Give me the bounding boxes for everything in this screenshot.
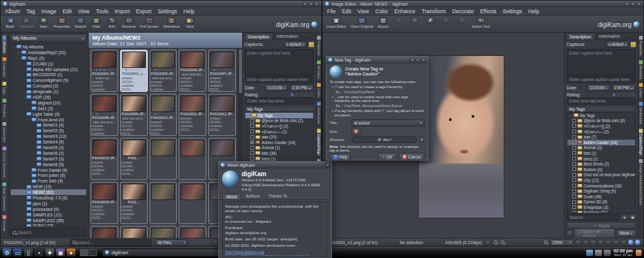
edit-button[interactable]: ✎Edit <box>106 17 118 28</box>
sidebar-tab-fuzzy-searches[interactable]: Fuzzy Searches <box>3 145 6 179</box>
sidebar-tab-timeline[interactable]: Timeline <box>3 98 6 119</box>
thumbnail-cell[interactable]: P1010018.JP...created: 03/24/0...modifie… <box>91 182 118 224</box>
caption-textarea[interactable] <box>245 49 314 76</box>
back-button[interactable]: ◀Back <box>4 17 16 28</box>
undo-button[interactable]: ↶ <box>440 17 452 28</box>
thumbnail-cell[interactable] <box>150 138 177 180</box>
printer-icon[interactable] <box>567 230 573 236</box>
desktop-2[interactable] <box>89 249 97 256</box>
thumb-tags-link[interactable]: '), Adrien Caul... <box>122 91 145 92</box>
thumbnail-cell[interactable]: P1010013.JP...created: 03/24/0...modifie… <box>91 138 118 180</box>
properties-button[interactable]: ▤Properties <box>53 17 70 28</box>
tab-information[interactable]: Information <box>274 33 301 40</box>
tag-checkbox[interactable] <box>572 135 576 139</box>
album-tree-item[interactable]: pipo (1) <box>11 201 86 206</box>
expander-icon[interactable]: − <box>12 45 15 48</box>
status-search[interactable] <box>70 239 152 246</box>
new-tag-input[interactable] <box>569 99 633 103</box>
albums-combo[interactable]: My Albums ▾ <box>10 34 87 42</box>
tag-item[interactable]: bbb (1) <box>567 150 635 156</box>
slideshow-button[interactable]: ▥Slideshow <box>163 17 179 28</box>
tag-item[interactable]: Dynax 5D (8) <box>567 199 635 205</box>
album-tree-item[interactable]: Serie04 (5) <box>11 139 86 145</box>
color-managed-icon[interactable] <box>628 240 633 245</box>
tag-item[interactable]: Animal (1) <box>245 145 313 151</box>
about-titlebar[interactable]: About digiKam <box>219 162 331 169</box>
menu-item-edit[interactable]: Edit <box>62 8 72 14</box>
album-tree-item[interactable]: BKO262200 (1) <box>11 72 86 77</box>
tag-checkbox[interactable] <box>572 178 576 182</box>
thumbnail-cell[interactable]: P101...created: 03/24/0...modified: 01/3… <box>120 182 148 224</box>
thumbnail-cell[interactable] <box>91 226 118 238</box>
close-icon[interactable] <box>325 163 330 167</box>
panel-tab-metadata[interactable]: Metadata <box>317 59 321 81</box>
file-filter-combo[interactable]: All Files ▾ <box>155 239 187 246</box>
tag-checkbox[interactable] <box>572 200 576 204</box>
thumbnail-cell[interactable]: ★☆☆☆☆P1010001_v...created: 12/21/0...mod… <box>120 50 148 92</box>
menu-item-tools[interactable]: Tools <box>96 8 108 14</box>
about-tab-thanks-to[interactable]: Thanks To <box>264 193 291 199</box>
date-combo[interactable]: 11/21/06▾ <box>265 84 288 91</box>
tag-item[interactable]: aaa (19) <box>245 134 313 140</box>
menu-item-enhance[interactable]: Enhance <box>394 8 416 14</box>
album-tree-item[interactable]: Serie08 (5) <box>11 162 86 167</box>
menu-item-file[interactable]: File <box>327 8 336 14</box>
album-tree-item[interactable]: From Seb (4) <box>11 178 86 184</box>
thumbnail-cell[interactable]: P1010009.JP...ceci une un n...created: 1… <box>120 94 148 136</box>
zoom-out-icon[interactable] <box>494 240 497 244</box>
menu-item-help[interactable]: Help <box>184 8 194 14</box>
tag-checkbox[interactable] <box>572 130 576 133</box>
tag-add-button[interactable]: ✚ <box>630 215 636 220</box>
thumb-tags-link[interactable]: ... <box>191 91 194 92</box>
pen-icon[interactable] <box>631 42 636 47</box>
caption-input[interactable] <box>247 50 311 75</box>
thumbnail-cell[interactable]: ★☆☆☆☆P1010008.JP...ceci une un n...creat… <box>91 94 118 136</box>
open-original-button[interactable]: ▤Open Original <box>351 17 374 28</box>
tag-item[interactable]: Dude (48) <box>567 194 635 199</box>
album-search-input[interactable] <box>18 230 84 235</box>
sidebar-tab-map-searches[interactable]: Map Searches <box>3 181 6 212</box>
tag-checkbox[interactable] <box>572 167 576 171</box>
album-tree-item[interactable]: Serie03 (13) <box>11 133 86 139</box>
maximize-button[interactable] <box>309 2 313 6</box>
tools-icon[interactable]: ✚ <box>45 249 54 257</box>
tags-root-item[interactable]: −My Tags <box>245 113 313 118</box>
terminal-icon[interactable]: ▪ <box>35 249 43 257</box>
language-combo[interactable]: x-default▾ <box>606 41 629 48</box>
exposure-icon[interactable] <box>635 240 640 245</box>
thumbnail-cell[interactable]: ★☆☆☆☆P1010005.JP...ceci une un n...creat… <box>150 50 177 92</box>
about-tab-authors[interactable]: Authors <box>242 193 264 199</box>
tag-checkbox[interactable] <box>250 119 254 123</box>
sidebar-tab-tags[interactable]: Tags <box>3 81 6 96</box>
expander-icon[interactable]: − <box>27 118 30 121</box>
close-icon[interactable] <box>421 58 426 62</box>
zoom-100-icon[interactable] <box>591 240 596 245</box>
tag-item[interactable]: bbb (38) <box>245 150 313 156</box>
kde-menu-icon[interactable]: ⚙ <box>3 249 11 257</box>
tag-item[interactable]: Digikam::Dimg (5) <box>567 188 635 194</box>
shortcut-field[interactable]: ⚙ Alt+² <box>352 137 417 143</box>
expander-icon[interactable]: + <box>17 50 20 54</box>
sidebar-tab-calendar[interactable]: Calendar <box>3 56 6 79</box>
tag-checkbox[interactable] <box>572 124 576 128</box>
tag-item[interactable]: Animal (0) <box>567 145 635 151</box>
tag-checkbox[interactable] <box>250 130 254 133</box>
tag-delete-button[interactable]: ▾ <box>621 215 628 220</box>
tag-item[interactable]: ×©×a×¡×=[] (2) <box>567 123 635 129</box>
redo-button[interactable]: ↷ <box>456 17 467 28</box>
expander-icon[interactable]: − <box>22 112 25 116</box>
list-view-icon[interactable] <box>213 240 218 245</box>
rating-stars[interactable]: ★☆☆☆☆ <box>612 93 636 97</box>
tag-checkbox[interactable] <box>572 119 576 123</box>
date-combo[interactable]: 11/21/06▾ <box>587 84 610 91</box>
tag-checkbox[interactable] <box>572 157 576 160</box>
thumbnail-cell[interactable] <box>179 138 206 180</box>
expander-icon[interactable]: − <box>17 56 20 60</box>
maximize-button[interactable] <box>631 2 635 6</box>
menu-item-image[interactable]: Image <box>42 8 57 14</box>
panel-tab-captions-tags[interactable]: Captions/Tags <box>317 128 321 156</box>
album-tree-item[interactable]: NEW (13) <box>11 184 86 189</box>
newtag-titlebar[interactable]: New Tag - digiKam <box>326 57 428 64</box>
caption-textarea[interactable] <box>567 49 636 76</box>
menu-item-album[interactable]: Album <box>5 8 20 14</box>
